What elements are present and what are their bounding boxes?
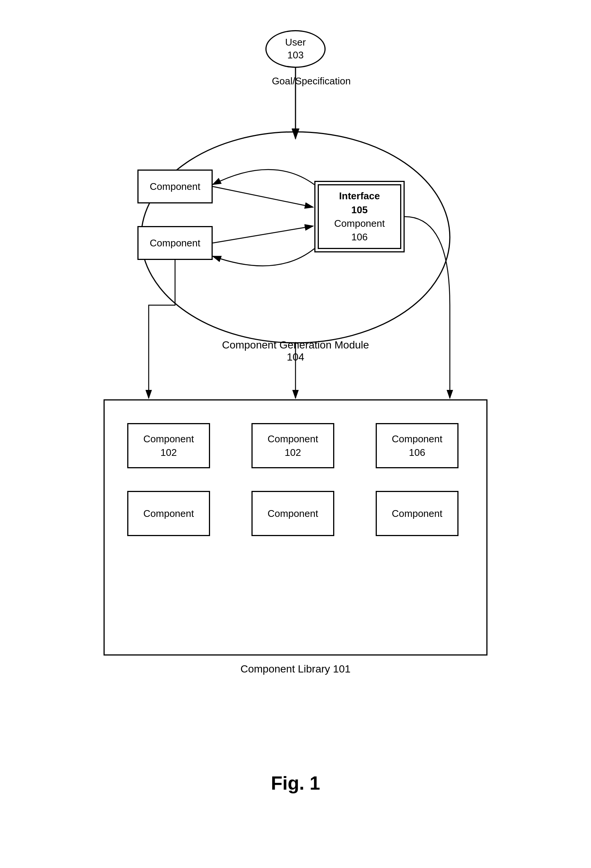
- diagram: User 103 Goal/Specification Component Co…: [88, 23, 503, 757]
- cgm-label: Component Generation Module 104: [222, 339, 369, 363]
- library-box: Component 102 Component 102 Component 10…: [104, 399, 487, 656]
- figure-label: Fig. 1: [271, 772, 320, 794]
- svg-line-5: [213, 226, 313, 243]
- user-node: User 103: [265, 30, 326, 68]
- interface-component-box: Interface 105 Component 106: [314, 181, 405, 252]
- lib-comp-r2-2: Component: [251, 491, 334, 536]
- svg-line-4: [213, 186, 313, 207]
- lib-comp-r2-1: Component: [127, 491, 210, 536]
- user-label: User: [285, 36, 306, 49]
- library-label: Component Library 101: [241, 663, 351, 675]
- lib-comp-r2-3: Component: [376, 491, 458, 536]
- user-id: 103: [287, 49, 303, 62]
- cgm-component1: Component: [137, 170, 213, 203]
- lib-comp-106: Component 106: [376, 423, 458, 468]
- goal-label: Goal/Specification: [272, 75, 351, 87]
- interface-id: 105: [351, 203, 367, 217]
- interface-label: Interface: [339, 189, 380, 203]
- cgm-component2: Component: [137, 226, 213, 260]
- component106-id: 106: [351, 230, 367, 244]
- component106-label: Component: [334, 217, 385, 230]
- lib-comp-102-1: Component 102: [127, 423, 210, 468]
- lib-comp-102-2: Component 102: [251, 423, 334, 468]
